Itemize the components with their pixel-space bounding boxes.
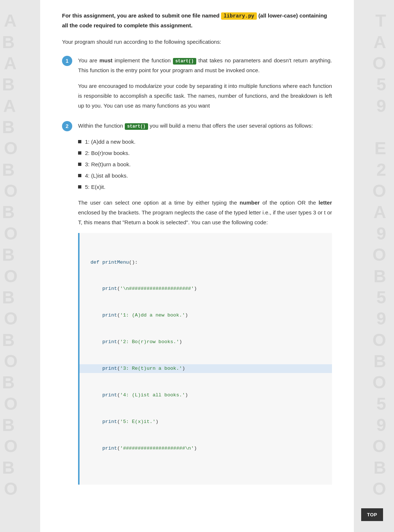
list-item: 5: E(x)it. bbox=[78, 182, 332, 192]
s2-desc3: enclosed by the brackets. The program ne… bbox=[78, 209, 332, 225]
code-print: print bbox=[102, 419, 117, 424]
bg-letter: 2 bbox=[376, 160, 386, 180]
bg-letter: 5 bbox=[376, 287, 386, 307]
scrollbar-container bbox=[80, 478, 332, 485]
menu-item-3: 3: Re(t)urn a book. bbox=[85, 159, 131, 169]
code-line-6: print('4: (L)ist all books.') bbox=[90, 391, 321, 400]
bg-letter: B bbox=[374, 266, 386, 286]
list-item: 4: (L)ist all books. bbox=[78, 171, 332, 180]
bullet-icon bbox=[78, 140, 81, 143]
code-print: print bbox=[102, 366, 117, 371]
code-string: '#####################\n' bbox=[120, 446, 194, 451]
code-string: '4: (L)ist all books.' bbox=[120, 392, 185, 398]
bg-letter: B bbox=[2, 458, 15, 478]
intro-strong-text: For this assignment, you are asked to su… bbox=[62, 12, 327, 28]
bg-letter: A bbox=[374, 202, 386, 222]
bg-letter: 5 bbox=[376, 394, 386, 414]
bg-letter: O bbox=[372, 372, 386, 392]
bg-letter: O bbox=[4, 266, 18, 286]
section-1-paragraph-1: You are must implement the function star… bbox=[78, 55, 332, 75]
bg-letter: O bbox=[372, 436, 386, 456]
code-string: '5: E(x)it.' bbox=[120, 419, 155, 424]
spec-intro-text: Your program should run according to the… bbox=[62, 37, 332, 47]
menu-options-list: 1: (A)dd a new book. 2: Bo(r)row books. … bbox=[78, 137, 332, 192]
bg-letter: O bbox=[4, 138, 18, 158]
number-badge-2: 2 bbox=[62, 121, 72, 131]
code-block: def printMenu(): print('\n##############… bbox=[80, 233, 332, 478]
bg-letter: O bbox=[372, 479, 386, 499]
assignment-intro: For this assignment, you are asked to su… bbox=[62, 11, 332, 30]
code-line-3: print('1: (A)dd a new book.') bbox=[90, 311, 321, 320]
filename-badge: library.py bbox=[221, 12, 257, 20]
bullet-icon bbox=[78, 151, 81, 155]
code-keyword: def bbox=[90, 260, 99, 265]
bg-letter: O bbox=[372, 245, 386, 265]
bullet-icon bbox=[78, 174, 81, 177]
bg-letter: B bbox=[2, 74, 15, 94]
list-item: 3: Re(t)urn a book. bbox=[78, 159, 332, 169]
code-string: '2: Bo(r)row books.' bbox=[120, 339, 179, 345]
code-function: printMenu bbox=[102, 260, 129, 265]
bg-letter: B bbox=[2, 415, 15, 435]
code-line-2: print('\n#####################') bbox=[90, 284, 321, 293]
s1-text1: You are bbox=[78, 57, 99, 63]
bg-letter: O bbox=[372, 53, 386, 73]
code-string: '3: Re(t)urn a book.' bbox=[120, 366, 182, 371]
bg-letter: B bbox=[2, 372, 15, 392]
s1-must: must bbox=[99, 57, 112, 63]
code-print: print bbox=[102, 286, 117, 291]
bg-letter: A bbox=[4, 11, 17, 31]
bg-letter: 5 bbox=[376, 74, 386, 94]
bg-letter: A bbox=[374, 32, 386, 52]
bg-letter: O bbox=[4, 224, 18, 244]
bg-letter: E bbox=[374, 138, 386, 158]
bg-letter: A bbox=[4, 53, 17, 73]
s2-letter-bold: letter bbox=[318, 199, 332, 206]
bg-letter: B bbox=[2, 160, 15, 180]
code-line-8: print('#####################\n') bbox=[90, 444, 321, 453]
section-2-content: Within the function start() you will bui… bbox=[78, 121, 332, 484]
bg-letter: B bbox=[2, 245, 15, 265]
menu-item-2: 2: Bo(r)row books. bbox=[85, 148, 130, 158]
code-block-wrapper: def printMenu(): print('\n##############… bbox=[78, 233, 332, 485]
bg-letter: B bbox=[2, 117, 15, 137]
s2-number-bold: number bbox=[240, 199, 260, 206]
bg-letter: O bbox=[372, 330, 386, 350]
list-item: 1: (A)dd a new book. bbox=[78, 137, 332, 147]
code-print: print bbox=[102, 446, 117, 451]
code-line-1: def printMenu(): bbox=[90, 258, 321, 267]
list-item: 2: Bo(r)row books. bbox=[78, 148, 332, 158]
bg-letter: B bbox=[2, 330, 15, 350]
menu-item-4: 4: (L)ist all books. bbox=[85, 171, 128, 180]
s2-text1: Within the function bbox=[78, 123, 125, 129]
intro-part1: For this assignment, you are asked to su… bbox=[62, 12, 220, 19]
bg-letter: 9 bbox=[376, 308, 386, 329]
code-line-7: print('5: E(x)it.') bbox=[90, 418, 321, 426]
bg-letter: 9 bbox=[376, 415, 386, 435]
bg-letter: O bbox=[4, 308, 18, 329]
code-line-4: print('2: Bo(r)row books.') bbox=[90, 338, 321, 346]
bg-letter: O bbox=[4, 351, 18, 371]
bg-letter: O bbox=[4, 479, 18, 499]
code-print: print bbox=[102, 339, 117, 345]
bullet-icon bbox=[78, 185, 81, 189]
bg-letter: O bbox=[4, 436, 18, 456]
s1-text2: implement the function bbox=[115, 57, 173, 63]
bg-letter: B bbox=[2, 32, 15, 52]
code-print: print bbox=[102, 312, 117, 318]
top-button[interactable]: TOP bbox=[361, 508, 383, 521]
bg-letter: T bbox=[375, 11, 386, 31]
number-badge-1: 1 bbox=[62, 56, 72, 66]
section-1: 1 You are must implement the function st… bbox=[62, 55, 332, 111]
bg-letter: B bbox=[374, 458, 386, 478]
bg-letter: O bbox=[372, 181, 386, 201]
section-2-intro: Within the function start() you will bui… bbox=[78, 121, 332, 131]
bg-letter: A bbox=[3, 96, 16, 116]
start-function-badge-1: start() bbox=[173, 58, 196, 65]
section-1-paragraph-2: You are encouraged to modularize your co… bbox=[78, 81, 332, 110]
s2-desc1: The user can select one option at a time… bbox=[78, 199, 240, 206]
menu-item-1: 1: (A)dd a new book. bbox=[85, 137, 135, 147]
start-function-badge-2: start() bbox=[125, 123, 148, 130]
bg-letter: 9 bbox=[376, 224, 386, 244]
code-line-5-highlighted: print('3: Re(t)urn a book.') bbox=[80, 364, 332, 373]
